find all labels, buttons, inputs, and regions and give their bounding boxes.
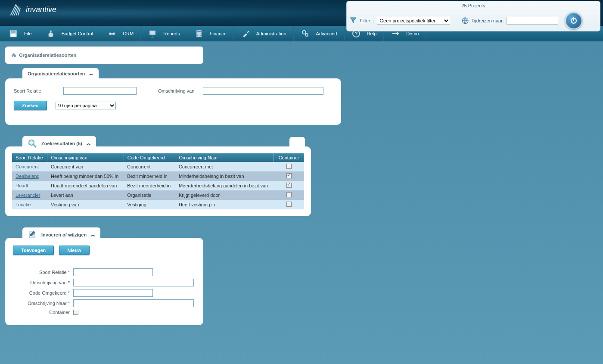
svg-point-15 (199, 35, 199, 36)
row-link[interactable]: Houdt (16, 183, 28, 188)
divider (13, 262, 196, 262)
col-omschrijving-naar[interactable]: Omschrijving Naar (175, 153, 274, 162)
svg-line-22 (34, 145, 36, 147)
menu-label: Budget Control (62, 31, 93, 36)
search-button[interactable]: Zoeken (14, 101, 47, 110)
menu-label: Help (367, 31, 377, 36)
globe-icon (461, 17, 469, 25)
row-container-checkbox[interactable] (286, 192, 292, 197)
funnel-icon (349, 17, 357, 25)
omschrijving-naar-field[interactable] (73, 299, 194, 307)
tab-title: Organisatierelatiesoorten (28, 71, 85, 76)
form-row-code-omgekeerd: Code Omgekeerd * (13, 289, 196, 297)
col-soort-relatie[interactable]: Soort Relatie (12, 153, 47, 162)
menu-budget-control[interactable]: Budget Control (39, 26, 100, 41)
row-link[interactable]: Deelbelang (16, 174, 40, 179)
filter-select[interactable]: Geen projectspecifiek filter (377, 17, 450, 25)
cell-omschrijving-naar: Concurreert met (175, 162, 274, 171)
filter-link[interactable]: Filter (360, 18, 370, 23)
cell-omschrijving-van: Concurrent van (47, 162, 124, 171)
menu-finance[interactable]: Finance (187, 26, 234, 41)
svg-rect-4 (11, 30, 16, 33)
results-table: Soort Relatie Omschrijving van Code Omge… (12, 153, 304, 209)
filter-colon: : (373, 18, 374, 23)
svg-rect-6 (149, 31, 155, 35)
code-omgekeerd-field[interactable] (73, 289, 153, 297)
svg-text:?: ? (354, 31, 357, 36)
disk-icon (9, 29, 18, 38)
projects-title: 25 Projects (348, 2, 598, 10)
table-row: Leverancier Levert aan Organisatie Krijg… (12, 190, 304, 200)
row-link[interactable]: Locatie (16, 202, 31, 207)
cell-omschrijving-van: Heeft belang minder dan 50% in (47, 171, 124, 181)
cell-omschrijving-naar: Meerderheidsbelang aandelen in bezit van (175, 181, 274, 190)
results-corner-tab (289, 137, 305, 146)
svg-rect-5 (11, 34, 16, 37)
chevron-up-icon: ︽ (87, 140, 91, 146)
cell-code: Bezit meerderheid in (124, 181, 175, 190)
cell-code: Bezit minderheid in (124, 171, 175, 181)
soort-relatie-input[interactable] (63, 87, 137, 95)
row-link[interactable]: Concurrent (16, 164, 39, 169)
menu-reports[interactable]: Reports (141, 26, 187, 41)
menu-crm[interactable]: CRM (100, 26, 141, 41)
omschrijving-van-input[interactable] (203, 87, 323, 95)
omschrijving-van-field[interactable] (73, 279, 194, 286)
time-travel-input[interactable] (507, 17, 558, 25)
logo-text: invantive (26, 5, 56, 14)
col-omschrijving-van[interactable]: Omschrijving van (47, 153, 124, 162)
tab-title: Zoekresultaten (5) (41, 141, 82, 146)
filter-row: Filter : Geen projectspecifiek filter Ti… (348, 10, 598, 30)
tools-icon (241, 29, 250, 38)
logo-icon (9, 2, 24, 17)
svg-point-17 (302, 31, 306, 34)
svg-point-21 (29, 140, 34, 145)
svg-point-16 (200, 35, 201, 36)
menu-administration[interactable]: Administration (234, 26, 294, 41)
form-row-omschrijving-naar: Omschrijving Naar * (13, 299, 196, 307)
code-omgekeerd-label: Code Omgekeerd * (13, 290, 73, 296)
new-button[interactable]: Nieuw (59, 246, 89, 255)
time-travel-label: Tijdreizen naar: (472, 18, 504, 23)
svg-point-14 (197, 35, 198, 36)
menu-label: Finance (210, 31, 227, 36)
soort-relatie-field[interactable] (73, 268, 153, 276)
edit-panel: Invoeren of wijzigen ︽ Toevoegen Nieuw S… (5, 238, 203, 325)
menu-file[interactable]: File (2, 26, 39, 41)
svg-point-11 (197, 34, 198, 34)
breadcrumb: Organisatierelatiesoorten (5, 47, 203, 64)
row-container-checkbox[interactable] (286, 164, 292, 169)
results-panel: Zoekresultaten (5) ︽ Soort Relatie Omsch… (5, 146, 311, 216)
menu-label: Reports (163, 31, 180, 36)
search-panel-tab[interactable]: Organisatierelatiesoorten ︽ (22, 68, 99, 79)
calculator-icon (194, 29, 204, 38)
handshake-icon (107, 29, 117, 38)
col-code-omgekeerd[interactable]: Code Omgekeerd (124, 153, 175, 162)
search-row: Soort Relatie Omschrijving van (14, 87, 333, 95)
search-panel: Organisatierelatiesoorten ︽ Soort Relati… (5, 78, 341, 125)
container-label: Container (13, 310, 73, 315)
power-button[interactable] (565, 12, 582, 29)
results-panel-tab[interactable]: Zoekresultaten (5) ︽ (22, 136, 96, 151)
chevron-up-icon: ︽ (91, 232, 95, 238)
rows-per-page-select[interactable]: 10 rijen per pagina (56, 102, 116, 109)
omschrijving-van-label: Omschrijving van (158, 88, 194, 93)
cell-code: Organisatie (124, 190, 175, 200)
menu-label: File (24, 31, 32, 36)
container-checkbox[interactable] (73, 310, 78, 315)
col-container[interactable]: Container (274, 153, 304, 162)
row-container-checkbox[interactable] (286, 173, 292, 178)
row-container-checkbox[interactable] (286, 183, 292, 188)
add-button[interactable]: Toevoegen (13, 246, 54, 255)
row-link[interactable]: Leverancier (16, 193, 40, 198)
cell-code: Vestiging (124, 200, 175, 209)
button-row: Toevoegen Nieuw (13, 246, 196, 255)
menu-advanced[interactable]: Advanced (294, 26, 345, 41)
menu-label: CRM (123, 31, 134, 36)
row-container-checkbox[interactable] (286, 202, 292, 207)
menu-label: Demo (406, 31, 419, 36)
edit-panel-tab[interactable]: Invoeren of wijzigen ︽ (22, 227, 100, 242)
svg-point-13 (200, 34, 201, 34)
svg-point-12 (199, 34, 199, 34)
home-icon[interactable] (11, 53, 16, 58)
